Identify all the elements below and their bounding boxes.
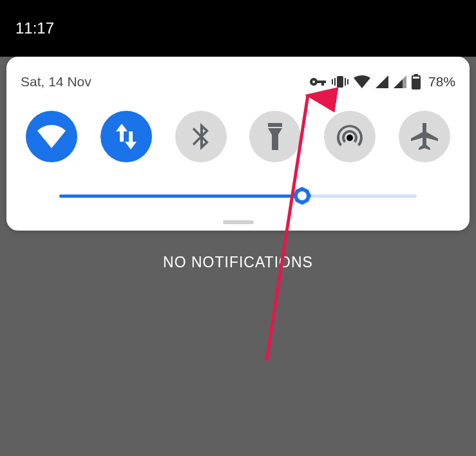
status-bar: 11:17 (0, 0, 476, 57)
expand-handle[interactable] (21, 216, 455, 225)
svg-rect-7 (413, 79, 419, 88)
signal-icon (376, 75, 388, 88)
svg-rect-2 (332, 79, 333, 84)
brightness-slider[interactable] (59, 180, 417, 211)
airplane-tile[interactable] (399, 111, 450, 162)
svg-point-12 (298, 191, 307, 200)
bluetooth-tile[interactable] (175, 111, 227, 162)
svg-rect-4 (347, 79, 348, 84)
clock: 11:17 (15, 19, 54, 37)
wifi-icon (354, 75, 370, 88)
svg-rect-1 (334, 78, 336, 86)
hotspot-tile[interactable] (324, 111, 376, 162)
vpn-key-icon (309, 76, 327, 88)
mobile-data-tile[interactable] (100, 111, 152, 162)
date-label: Sat, 14 Nov (21, 74, 91, 90)
svg-rect-0 (337, 76, 343, 88)
wifi-tile[interactable] (26, 111, 77, 162)
svg-rect-8 (268, 123, 282, 127)
vibrate-icon (332, 75, 348, 89)
signal-icon (394, 75, 406, 88)
status-icons: 78% (309, 74, 455, 90)
svg-point-10 (347, 135, 353, 141)
quick-settings-panel: Sat, 14 Nov 78% (6, 57, 470, 231)
battery-icon (412, 74, 421, 90)
handle-bar-icon (223, 220, 254, 224)
slider-fill (59, 195, 302, 198)
slider-thumb[interactable] (292, 186, 312, 205)
flashlight-tile[interactable] (249, 111, 301, 162)
battery-percent: 78% (428, 74, 455, 90)
quick-tiles-row (21, 95, 455, 180)
svg-rect-3 (345, 78, 346, 86)
svg-rect-9 (274, 137, 276, 141)
no-notifications-label: NO NOTIFICATIONS (0, 254, 476, 271)
panel-header: Sat, 14 Nov 78% (21, 68, 455, 95)
